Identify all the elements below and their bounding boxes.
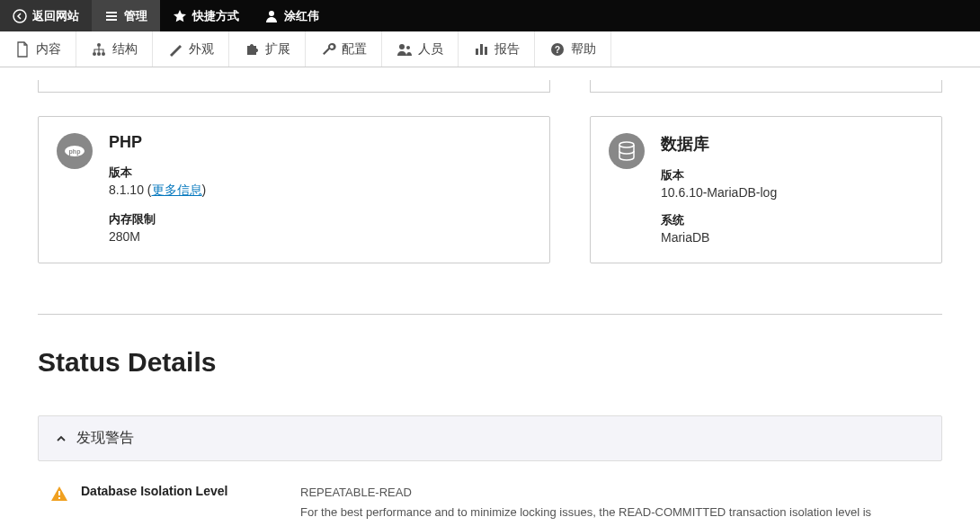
status-isolation-name: Database Isolation Level [81, 484, 288, 498]
php-card: php PHP 版本 8.1.10 (更多信息) 内存限制 280M [38, 116, 550, 263]
svg-text:php: php [69, 148, 81, 156]
manage-label: 管理 [124, 8, 147, 24]
warnings-accordion-header[interactable]: 发现警告 [38, 415, 942, 461]
nav-content[interactable]: 内容 [0, 31, 76, 67]
chevron-up-icon [55, 432, 67, 445]
help-icon: ? [549, 41, 566, 58]
svg-rect-8 [476, 49, 478, 55]
people-icon [396, 41, 413, 58]
svg-point-3 [93, 52, 96, 56]
warning-icon [50, 485, 68, 503]
nav-extend[interactable]: 扩展 [229, 31, 306, 67]
back-to-site[interactable]: 返回网站 [0, 0, 92, 31]
db-version-value: 10.6.10-MariaDB-log [661, 185, 923, 200]
user-icon [264, 9, 279, 23]
nav-appearance[interactable]: 外观 [153, 31, 229, 67]
sitemap-icon [91, 41, 107, 58]
nav-config[interactable]: 配置 [306, 31, 382, 67]
php-more-info-link[interactable]: 更多信息 [152, 183, 202, 197]
truncated-card-right [590, 80, 942, 93]
user-menu[interactable]: 涂红伟 [252, 0, 332, 31]
back-label: 返回网站 [32, 8, 79, 24]
status-isolation-detail: REPEATABLE-READ For the best performance… [300, 483, 930, 526]
star-icon [173, 9, 187, 23]
nav-content-label: 内容 [36, 41, 61, 58]
svg-rect-16 [58, 491, 60, 495]
status-row-isolation: Database Isolation Level REPEATABLE-READ… [38, 477, 942, 526]
nav-extend-label: 扩展 [265, 41, 290, 58]
status-details-heading: Status Details [38, 347, 942, 378]
php-memory-label: 内存限制 [109, 211, 531, 227]
db-version-label: 版本 [661, 167, 923, 183]
admin-secondbar: 内容 结构 外观 扩展 配置 人员 报告 ? 帮助 [0, 31, 980, 67]
svg-point-15 [619, 142, 634, 147]
nav-reports[interactable]: 报告 [459, 31, 535, 67]
svg-point-0 [13, 10, 26, 22]
php-version-value: 8.1.10 (更多信息) [109, 183, 531, 199]
nav-config-label: 配置 [342, 41, 367, 58]
svg-point-6 [399, 44, 405, 49]
brush-icon [167, 41, 183, 58]
user-label: 涂红伟 [284, 8, 319, 24]
php-version-text: 8.1.10 [109, 183, 144, 197]
php-version-label: 版本 [109, 165, 531, 181]
svg-point-1 [269, 11, 274, 16]
hamburger-icon [104, 9, 119, 23]
database-icon [609, 133, 645, 169]
truncated-card-left [38, 80, 550, 93]
shortcut-menu[interactable]: 快捷方式 [160, 0, 252, 31]
nav-structure[interactable]: 结构 [76, 31, 153, 67]
section-divider [38, 314, 942, 315]
status-isolation-desc: For the best performance and to minimize… [300, 503, 930, 526]
nav-people[interactable]: 人员 [382, 31, 459, 67]
svg-point-7 [406, 46, 410, 49]
svg-rect-10 [485, 47, 487, 55]
php-memory-value: 280M [109, 229, 531, 244]
db-system-label: 系统 [661, 212, 923, 228]
svg-text:?: ? [555, 45, 560, 55]
status-isolation-value: REPEATABLE-READ [300, 483, 930, 503]
arrow-left-circle-icon [13, 9, 27, 23]
nav-appearance-label: 外观 [189, 41, 214, 58]
bar-chart-icon [473, 41, 489, 58]
nav-people-label: 人员 [418, 41, 443, 58]
nav-help-label: 帮助 [571, 41, 596, 58]
warnings-accordion-title: 发现警告 [76, 429, 134, 448]
svg-point-2 [97, 43, 101, 47]
php-icon: php [57, 133, 93, 169]
shortcut-label: 快捷方式 [192, 8, 239, 24]
manage-menu[interactable]: 管理 [92, 0, 160, 31]
file-icon [14, 41, 31, 58]
db-system-value: MariaDB [661, 230, 923, 245]
svg-rect-17 [58, 497, 60, 499]
php-title: PHP [109, 133, 531, 152]
wrench-icon [320, 41, 336, 58]
db-title: 数据库 [661, 133, 923, 155]
svg-point-4 [97, 52, 101, 56]
puzzle-icon [244, 41, 260, 58]
page-content: php PHP 版本 8.1.10 (更多信息) 内存限制 280M 数据库 版… [0, 80, 980, 526]
svg-rect-9 [480, 44, 483, 55]
nav-help[interactable]: ? 帮助 [535, 31, 611, 67]
nav-reports-label: 报告 [494, 41, 520, 58]
nav-structure-label: 结构 [112, 41, 138, 58]
svg-point-5 [102, 52, 105, 56]
database-card: 数据库 版本 10.6.10-MariaDB-log 系统 MariaDB [590, 116, 942, 263]
admin-topbar: 返回网站 管理 快捷方式 涂红伟 [0, 0, 980, 31]
